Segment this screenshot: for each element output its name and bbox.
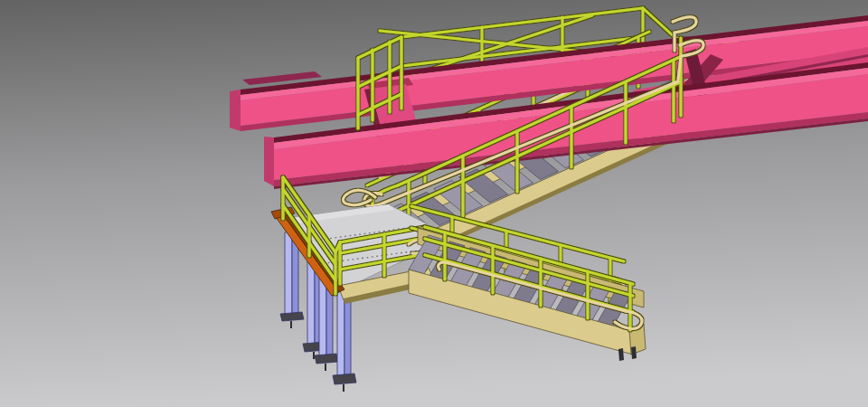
model-view[interactable] xyxy=(0,0,868,407)
column-base-plate xyxy=(280,312,304,321)
column-face-light xyxy=(285,231,292,317)
stair-foot xyxy=(618,348,624,361)
column-base-plate xyxy=(333,374,356,384)
beam-end-cap xyxy=(230,90,241,131)
beam-end-cap xyxy=(264,137,274,186)
cad-viewport-3d[interactable] xyxy=(0,0,868,407)
column-base-plate xyxy=(315,354,338,364)
stair-foot xyxy=(631,346,637,359)
